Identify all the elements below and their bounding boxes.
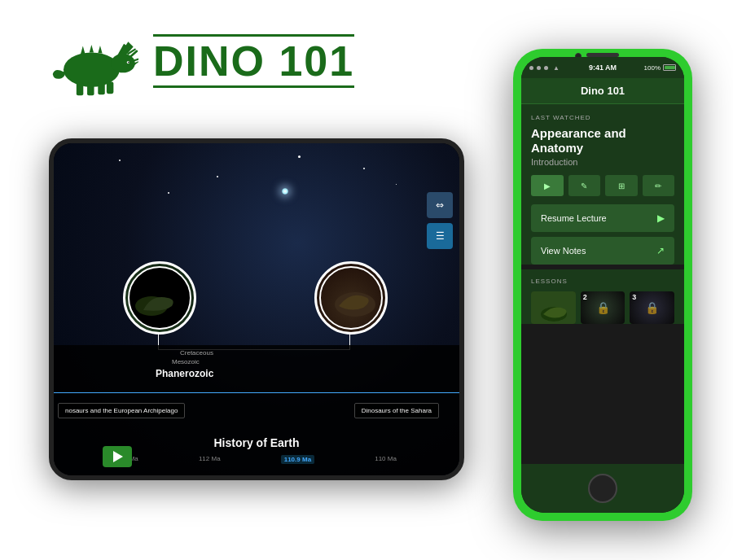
action-icons-row: ▶ ✎ ⊞ ✏ (531, 175, 674, 196)
svg-rect-7 (98, 82, 104, 94)
status-time: 9:41 AM (589, 63, 617, 72)
dino-logo-icon (49, 24, 138, 98)
battery-icon (663, 64, 676, 71)
star (168, 192, 169, 194)
edit-icon-btn[interactable]: ✎ (568, 175, 601, 196)
resume-label: Resume Lecture (541, 213, 607, 223)
phanerozoic-label: Phanerozoic (156, 368, 213, 379)
lock-icon-3: 🔒 (645, 301, 659, 314)
iphone-screen: ▲ 9:41 AM 100% Dino 101 LAST WATCHED App… (521, 57, 684, 513)
grid-icon-btn[interactable]: ⊞ (605, 175, 638, 196)
last-watched-label: LAST WATCHED (531, 114, 674, 121)
android-phone: Cretaceous Mesozoic Phanerozoic nosaurs … (49, 138, 464, 480)
svg-rect-8 (107, 81, 113, 94)
play-button[interactable] (103, 446, 132, 467)
status-bar: ▲ 9:41 AM 100% (521, 57, 684, 78)
svg-rect-5 (77, 82, 83, 95)
time-4: 110 Ma (375, 455, 397, 464)
lock-icon-2: 🔒 (596, 301, 610, 314)
logo-title-block: DINO 101 (153, 34, 354, 88)
svg-rect-6 (87, 82, 94, 95)
status-left: ▲ (529, 64, 560, 72)
resume-lecture-button[interactable]: Resume Lecture ▶ (531, 204, 674, 232)
status-right: 100% (644, 64, 676, 72)
signal-dot-2 (537, 66, 541, 70)
app-title: DINO 101 (153, 40, 354, 82)
dino-circle-right (314, 261, 388, 335)
mesozoic-label: Mesozoic (172, 358, 200, 365)
lesson-title: Appearance and Anatomy (531, 126, 674, 155)
svg-point-10 (128, 62, 129, 63)
notes-icon: ↗ (656, 245, 665, 256)
lessons-section: LESSONS 1 2 🔒 (521, 269, 684, 324)
lesson-thumb-2[interactable]: 2 🔒 (581, 291, 625, 324)
timeline-container: Cretaceous Mesozoic Phanerozoic nosaurs … (54, 345, 459, 475)
lesson-num-3: 3 (632, 293, 636, 301)
lesson-thumb-3[interactable]: 3 🔒 (630, 291, 674, 324)
lessons-label: LESSONS (531, 278, 674, 285)
star (396, 184, 397, 185)
event-box-left: nosaurs and the European Archipelago (58, 403, 185, 418)
iphone: ▲ 9:41 AM 100% Dino 101 LAST WATCHED App… (513, 49, 692, 521)
play-icon (113, 451, 123, 462)
battery-percent: 100% (644, 64, 661, 72)
battery-fill (665, 66, 675, 69)
star (119, 160, 121, 161)
signal-dot-3 (544, 66, 548, 70)
video-icon-btn[interactable]: ▶ (531, 175, 564, 196)
lessons-row: 1 2 🔒 3 🔒 (531, 291, 674, 324)
time-highlight: 110.9 Ma (281, 455, 314, 464)
resume-icon: ▶ (657, 212, 665, 224)
lesson-num-2: 2 (583, 293, 587, 301)
wifi-icon: ▲ (553, 64, 560, 72)
star (217, 176, 218, 177)
list-icon-btn[interactable]: ☰ (427, 223, 453, 249)
view-notes-button[interactable]: View Notes ↗ (531, 237, 674, 265)
dino-circle-left (123, 261, 196, 335)
android-screen: Cretaceous Mesozoic Phanerozoic nosaurs … (54, 143, 459, 475)
star (298, 155, 301, 158)
notes-label: View Notes (541, 246, 586, 256)
logo-area: DINO 101 (49, 24, 354, 98)
lesson-thumb-1[interactable]: 1 (531, 291, 576, 324)
pencil-icon-btn[interactable]: ✏ (643, 175, 675, 196)
logo-top-line (153, 34, 354, 37)
time-2: 112 Ma (199, 455, 221, 464)
navbar-title: Dino 101 (581, 85, 625, 97)
event-box-right: Dinosaurs of the Sahara (354, 403, 439, 418)
iphone-bottom-bar (521, 464, 684, 513)
lesson-subtitle: Introduction (531, 157, 674, 167)
iphone-content: LAST WATCHED Appearance and Anatomy Intr… (521, 104, 684, 265)
scale-icon-btn[interactable]: ⇔ (427, 192, 453, 218)
signal-dot-1 (529, 66, 533, 70)
history-title: History of Earth (213, 436, 299, 449)
star (363, 168, 365, 169)
cretaceous-label: Cretaceous (180, 349, 213, 357)
star-bright (282, 188, 288, 195)
home-button[interactable] (588, 474, 617, 503)
iphone-navbar: Dino 101 (521, 78, 684, 104)
timeline-line (54, 392, 459, 393)
logo-bottom-line (153, 85, 354, 88)
android-sidebar: ⇔ ☰ (427, 192, 453, 249)
